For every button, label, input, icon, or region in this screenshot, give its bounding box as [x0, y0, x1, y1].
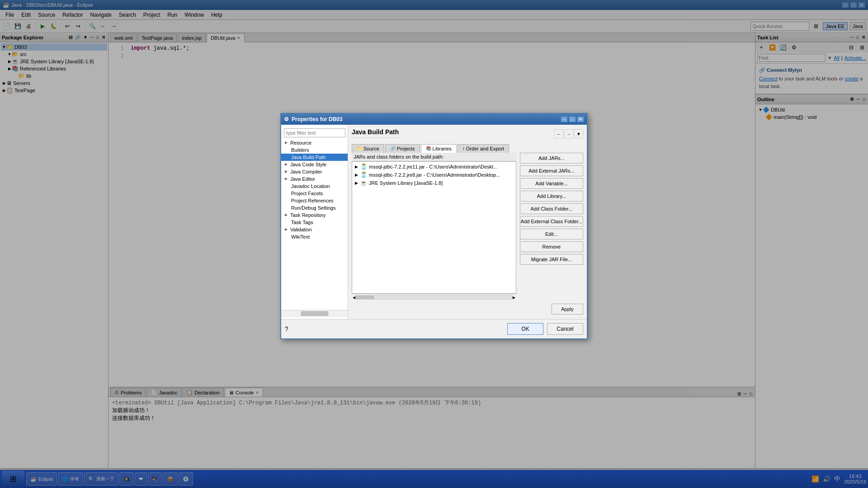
apply-area: Apply [352, 301, 583, 315]
dialog-maximize-btn[interactable]: □ [569, 116, 576, 122]
tab-source-label: Source [363, 146, 379, 151]
tab-projects-icon: 🔗 [390, 146, 396, 151]
dialog-icon: ⚙ [284, 116, 289, 122]
dialog-titlebar: ⚙ Properties for DB03 ─ □ ✕ [281, 114, 587, 125]
add-external-jars-btn[interactable]: Add External JARs... [520, 165, 583, 176]
nav-wikitext[interactable]: WikiText [281, 233, 348, 240]
bp-expand-jre: ▶ [355, 181, 360, 185]
bp-label-jar11: mssql-jdbc-7.2.2.jre11.jar - C:\Users\Ad… [369, 164, 497, 169]
bp-scroll-right-btn[interactable]: ▶ [513, 296, 515, 300]
tab-libraries-label: Libraries [433, 146, 452, 151]
properties-dialog: ⚙ Properties for DB03 ─ □ ✕ Resource Bui… [280, 113, 588, 339]
bp-scrollbar: ◀ ▶ [352, 294, 516, 301]
nav-java-build-path[interactable]: Java Build Path [281, 154, 348, 161]
dialog-title: Properties for DB03 [292, 116, 560, 122]
apply-btn[interactable]: Apply [552, 304, 583, 314]
tab-order-icon: ↕ [462, 146, 465, 151]
ok-btn[interactable]: OK [507, 323, 543, 335]
tab-projects[interactable]: 🔗 Projects [385, 144, 420, 153]
nav-project-facets[interactable]: Project Facets [281, 190, 348, 197]
dialog-minimize-btn[interactable]: ─ [561, 116, 568, 122]
nav-resource[interactable]: Resource [281, 139, 348, 146]
nav-validation[interactable]: Validation [281, 226, 348, 233]
jre-lib-icon: ☕ [360, 180, 367, 186]
tab-order-label: Order and Export [466, 146, 504, 151]
nav-java-editor[interactable]: Java Editor [281, 175, 348, 183]
dialog-menu-btn[interactable]: ▼ [574, 129, 583, 138]
nav-javadoc-location[interactable]: Javadoc Location [281, 183, 348, 190]
add-variable-btn[interactable]: Add Variable... [520, 178, 583, 189]
nav-builders[interactable]: Builders [281, 146, 348, 154]
build-list-area: JARs and class folders on the build path… [352, 153, 516, 301]
dialog-fwd-btn[interactable]: → [564, 129, 573, 138]
build-main: JARs and class folders on the build path… [352, 153, 583, 301]
tab-source-icon: 📁 [357, 146, 362, 151]
nav-task-repository[interactable]: Task Repository [281, 211, 348, 219]
modal-overlay: ⚙ Properties for DB03 ─ □ ✕ Resource Bui… [0, 0, 868, 488]
nav-scroll-thumb[interactable] [301, 311, 328, 316]
remove-btn[interactable]: Remove [520, 241, 583, 252]
dialog-body: Resource Builders Java Build Path Java C… [281, 125, 587, 319]
dialog-bottom: ? OK Cancel [281, 319, 587, 338]
dialog-toolbar: ← → ▼ [554, 129, 583, 138]
bp-item-jar11[interactable]: ▶ 🫙 mssql-jdbc-7.2.2.jre11.jar - C:\User… [353, 163, 515, 171]
filter-input[interactable] [284, 128, 345, 137]
build-path-area[interactable]: ▶ 🫙 mssql-jdbc-7.2.2.jre11.jar - C:\User… [352, 161, 516, 294]
dialog-content-title: Java Build Path [352, 128, 399, 138]
tab-libraries[interactable]: 📚 Libraries [421, 144, 457, 153]
nav-task-tags[interactable]: Task Tags [281, 219, 348, 226]
bp-expand-jar11: ▶ [355, 164, 360, 169]
dialog-content: Java Build Path ← → ▼ 📁 Source 🔗 [348, 125, 587, 319]
nav-project-references[interactable]: Project References [281, 197, 348, 204]
dialog-help-btn: ? [285, 325, 504, 333]
bp-label-jar8: mssql-jdbc-7.2.2.jre8.jar - C:\Users\Adm… [369, 172, 500, 178]
dialog-back-btn[interactable]: ← [554, 129, 563, 138]
bp-item-jar8[interactable]: ▶ 🫙 mssql-jdbc-7.2.2.jre8.jar - C:\Users… [353, 171, 515, 179]
build-path-label: JARs and class folders on the build path… [352, 153, 516, 161]
nav-java-code-style[interactable]: Java Code Style [281, 161, 348, 168]
add-jars-btn[interactable]: Add JARs... [520, 153, 583, 164]
right-buttons: Add JARs... Add External JARs... Add Var… [516, 153, 583, 301]
dialog-nav-scrollbar [281, 310, 348, 317]
bp-scroll-track [355, 295, 513, 300]
bp-item-jre[interactable]: ▶ ☕ JRE System Library [JavaSE-1.8] [353, 179, 515, 187]
dialog-nav: Resource Builders Java Build Path Java C… [281, 125, 348, 319]
add-external-class-folder-btn[interactable]: Add External Class Folder... [520, 216, 583, 227]
dialog-nav-scroll: Resource Builders Java Build Path Java C… [281, 139, 348, 310]
dialog-close-btn[interactable]: ✕ [577, 116, 584, 122]
tab-projects-label: Projects [397, 146, 415, 151]
jar-icon-1: 🫙 [360, 164, 367, 170]
help-icon[interactable]: ? [285, 325, 288, 333]
bp-expand-jar8: ▶ [355, 173, 360, 177]
bp-label-jre: JRE System Library [JavaSE-1.8] [369, 180, 443, 186]
add-library-btn[interactable]: Add Library... [520, 191, 583, 202]
tab-source[interactable]: 📁 Source [352, 144, 384, 153]
tab-libraries-icon: 📚 [426, 146, 431, 151]
add-class-folder-btn[interactable]: Add Class Folder... [520, 203, 583, 214]
cancel-btn[interactable]: Cancel [547, 323, 583, 335]
migrate-jar-btn[interactable]: Migrate JAR File... [520, 254, 583, 265]
nav-run-debug[interactable]: Run/Debug Settings [281, 204, 348, 211]
bp-scroll-thumb[interactable] [356, 296, 374, 299]
dialog-tabs: 📁 Source 🔗 Projects 📚 Libraries ↕ Order … [352, 144, 583, 153]
nav-java-compiler[interactable]: Java Compiler [281, 168, 348, 175]
edit-btn[interactable]: Edit... [520, 229, 583, 239]
jar-icon-2: 🫙 [360, 172, 367, 178]
tab-order-export[interactable]: ↕ Order and Export [458, 144, 509, 153]
